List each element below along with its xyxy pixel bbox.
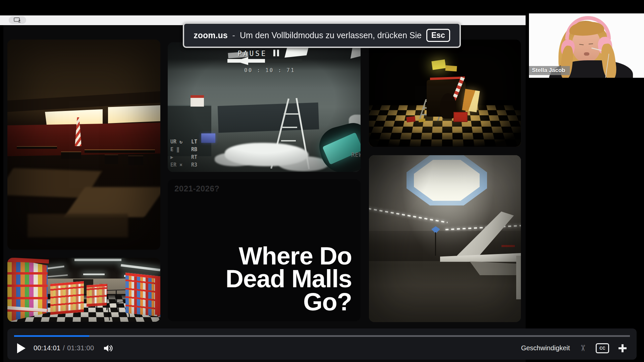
webcam-feed: Stella Jacob xyxy=(529,13,644,81)
play-button[interactable] xyxy=(16,343,26,354)
banner-site: zoom.us xyxy=(194,31,227,40)
vignette-overlay xyxy=(168,42,361,172)
retro-store-video-panel xyxy=(7,258,160,322)
time-separator: / xyxy=(63,344,65,352)
vignette-overlay xyxy=(369,40,521,147)
banner-message: Um den Vollbildmodus zu verlassen, drück… xyxy=(240,31,422,40)
clip-scissors-button[interactable]: ✂ xyxy=(579,345,587,352)
volume-icon xyxy=(103,344,113,353)
mall-sunset-video-panel xyxy=(7,40,160,250)
volume-button[interactable] xyxy=(103,344,113,353)
controls-row: 00:14:01/01:31:00 Geschwindigkeit ✂ CC xyxy=(7,337,637,360)
duration: 01:31:00 xyxy=(67,344,94,352)
shared-screen-content: PAUSE 00 : 10 : 71 UR ↻LT E ‖RB ▶RT ER ×… xyxy=(3,25,526,362)
title-slide-panel: 2021-2026? Where Do Dead Malls Go? xyxy=(168,179,361,321)
video-controls: 00:14:01/01:31:00 Geschwindigkeit ✂ CC xyxy=(7,328,637,360)
participant-mouth xyxy=(584,52,589,56)
banner-separator: - xyxy=(232,31,235,40)
slide-title: Where Do Dead Malls Go? xyxy=(225,245,352,314)
slide-title-line: Where Do xyxy=(225,245,352,268)
cc-label: CC xyxy=(599,346,605,351)
fullscreen-exit-banner: zoom.us - Um den Vollbildmodus zu verlas… xyxy=(183,22,461,48)
current-time: 00:14:01 xyxy=(34,344,60,352)
slide-title-line: Dead Malls xyxy=(225,267,352,291)
years-label: 2021-2026? xyxy=(174,184,219,193)
esc-key[interactable]: Esc xyxy=(426,29,450,42)
zoom-fullscreen-window: PAUSE 00 : 10 : 71 UR ↻LT E ‖RB ▶RT ER ×… xyxy=(0,0,644,362)
vignette-overlay xyxy=(369,155,521,322)
time-display: 00:14:01/01:31:00 xyxy=(34,344,94,352)
play-icon xyxy=(16,343,26,354)
participant-name: Stella Jacob xyxy=(529,66,570,75)
mall-atrium-video-panel xyxy=(369,155,521,322)
vignette-overlay xyxy=(7,258,160,322)
vhs-gameplay-panel: PAUSE 00 : 10 : 71 UR ↻LT E ‖RB ▶RT ER ×… xyxy=(168,42,361,172)
junk-machine-video-panel xyxy=(369,40,521,147)
exit-fullscreen-button[interactable] xyxy=(619,344,627,352)
slide-title-line: Go? xyxy=(225,291,352,314)
vignette-overlay xyxy=(7,40,160,250)
closed-captions-button[interactable]: CC xyxy=(596,343,609,353)
exit-fullscreen-icon xyxy=(619,344,623,348)
screen-share-icon xyxy=(14,17,21,23)
speed-button[interactable]: Geschwindigkeit xyxy=(521,344,570,352)
screen-share-button[interactable] xyxy=(9,16,26,24)
right-controls: Geschwindigkeit ✂ CC xyxy=(521,343,627,353)
